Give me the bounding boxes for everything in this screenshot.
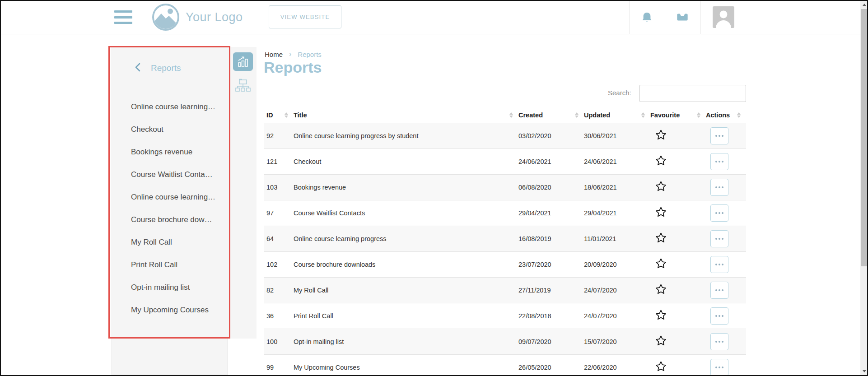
- vertical-scrollbar[interactable]: [860, 0, 868, 376]
- row-actions-button[interactable]: [710, 127, 728, 144]
- brand-logo[interactable]: Your Logo: [152, 4, 243, 31]
- column-header-created[interactable]: Created: [518, 111, 584, 119]
- sidebar-report-item[interactable]: Online course learning…: [131, 96, 226, 118]
- table-row: 100 Opt-in mailing list 09/07/2020 15/07…: [264, 329, 746, 355]
- search-input[interactable]: [639, 85, 746, 102]
- breadcrumb-home-link[interactable]: Home: [265, 51, 283, 58]
- breadcrumb-current: Reports: [298, 51, 322, 58]
- cell-created: 29/04/2021: [518, 209, 584, 217]
- cell-id: 100: [264, 338, 294, 345]
- favourite-star-icon[interactable]: [654, 232, 667, 245]
- cell-title: Checkout: [294, 158, 518, 165]
- sidebar-back-button[interactable]: [132, 61, 145, 74]
- column-header-favourite[interactable]: Favourite: [650, 111, 706, 119]
- favourite-star-icon[interactable]: [654, 334, 667, 348]
- table-row: 36 Print Roll Call 22/08/2018 24/07/2020: [264, 303, 746, 329]
- sidebar-panel-extension: [112, 339, 228, 375]
- menu-icon[interactable]: [114, 10, 132, 24]
- cell-actions: [706, 204, 746, 222]
- bar-chart-icon: [237, 56, 249, 68]
- sidebar-report-item[interactable]: Course brochure dow…: [131, 209, 226, 231]
- cell-favourite: [650, 180, 706, 195]
- column-header-title[interactable]: Title: [294, 111, 518, 119]
- cell-favourite: [650, 283, 706, 297]
- table-row: 103 Bookings revenue 06/08/2020 18/06/20…: [264, 175, 746, 200]
- cell-id: 97: [264, 209, 294, 217]
- sidebar-report-item[interactable]: Course Waitlist Conta…: [131, 163, 226, 186]
- cell-updated: 18/06/2021: [584, 184, 650, 191]
- sort-icon: [575, 112, 579, 118]
- inbox-button[interactable]: [665, 0, 700, 34]
- sidebar-report-item[interactable]: Bookings revenue: [131, 141, 226, 163]
- favourite-star-icon[interactable]: [654, 180, 667, 194]
- row-actions-button[interactable]: [710, 204, 728, 222]
- sidebar-report-list: Online course learning… Checkout Booking…: [131, 96, 226, 321]
- table-row: 82 My Roll Call 27/11/2019 24/07/2020: [264, 278, 746, 303]
- row-actions-button[interactable]: [710, 256, 728, 273]
- sidebar-report-item[interactable]: My Upcoming Courses: [131, 299, 226, 321]
- cell-updated: 15/07/2020: [584, 338, 650, 345]
- favourite-star-icon[interactable]: [654, 283, 667, 297]
- cell-actions: [706, 333, 746, 350]
- notifications-button[interactable]: [629, 0, 664, 34]
- sort-icon: [285, 112, 288, 118]
- row-actions-button[interactable]: [710, 153, 728, 170]
- cell-actions: [706, 256, 746, 273]
- sort-icon: [641, 112, 645, 118]
- favourite-star-icon[interactable]: [654, 360, 667, 374]
- favourite-star-icon[interactable]: [654, 257, 667, 271]
- structure-view-toggle[interactable]: [234, 77, 252, 94]
- table-header-row: ID Title Created Updated Favourite Actio…: [264, 107, 746, 123]
- user-avatar[interactable]: [713, 6, 734, 28]
- row-actions-button[interactable]: [710, 282, 728, 299]
- cell-title: Online course learning progress by stude…: [294, 132, 518, 139]
- cell-updated: 30/06/2021: [584, 132, 650, 139]
- top-bar: Your Logo VIEW WEBSITE: [0, 0, 860, 34]
- cell-id: 121: [264, 158, 294, 165]
- cell-updated: 24/07/2020: [584, 312, 650, 320]
- row-actions-button[interactable]: [710, 179, 728, 196]
- table-row: 97 Course Waitlist Contacts 29/04/2021 2…: [264, 200, 746, 226]
- cell-updated: 29/04/2021: [584, 209, 650, 217]
- cell-created: 22/08/2018: [518, 312, 584, 320]
- sidebar-report-item[interactable]: Online course learning…: [131, 186, 226, 209]
- favourite-star-icon[interactable]: [654, 154, 667, 168]
- cell-created: 26/05/2020: [518, 364, 584, 371]
- row-actions-button[interactable]: [710, 359, 728, 376]
- column-header-actions[interactable]: Actions: [706, 111, 746, 119]
- cell-created: 27/11/2019: [518, 287, 584, 294]
- cell-favourite: [650, 129, 706, 143]
- reports-view-toggle-active[interactable]: [233, 52, 253, 71]
- cell-updated: 20/09/2020: [584, 261, 650, 268]
- breadcrumb-separator: ›: [289, 50, 291, 58]
- row-actions-button[interactable]: [710, 307, 728, 325]
- cell-updated: 24/06/2021: [584, 158, 650, 165]
- favourite-star-icon[interactable]: [654, 309, 667, 322]
- cell-updated: 22/06/2020: [584, 364, 650, 371]
- sidebar-report-item[interactable]: Print Roll Call: [131, 254, 226, 276]
- mountain-photo-icon: [154, 5, 177, 29]
- scroll-up-button[interactable]: [860, 1, 868, 9]
- scroll-down-icon: [863, 370, 866, 372]
- column-header-id[interactable]: ID: [264, 111, 294, 119]
- cell-id: 99: [264, 364, 294, 371]
- row-actions-button[interactable]: [710, 230, 728, 247]
- reports-table: ID Title Created Updated Favourite Actio…: [264, 107, 746, 376]
- header-divider: [700, 0, 701, 34]
- column-header-updated[interactable]: Updated: [584, 111, 650, 119]
- favourite-star-icon[interactable]: [654, 206, 667, 219]
- row-actions-button[interactable]: [710, 333, 728, 350]
- scrollbar-thumb[interactable]: [861, 9, 868, 266]
- sidebar-report-item[interactable]: My Roll Call: [131, 231, 226, 254]
- scroll-down-button[interactable]: [860, 367, 868, 375]
- cell-favourite: [650, 360, 706, 375]
- sidebar-divider: [112, 86, 227, 86]
- sidebar-report-item[interactable]: Opt-in mailing list: [131, 276, 226, 299]
- cell-title: Bookings revenue: [294, 184, 518, 191]
- favourite-star-icon[interactable]: [654, 129, 667, 142]
- sidebar-report-item[interactable]: Checkout: [131, 118, 226, 141]
- cell-id: 82: [264, 287, 294, 294]
- cell-title: Online course learning progress: [294, 235, 518, 242]
- search-label: Search:: [608, 89, 631, 97]
- view-website-button[interactable]: VIEW WEBSITE: [269, 5, 341, 28]
